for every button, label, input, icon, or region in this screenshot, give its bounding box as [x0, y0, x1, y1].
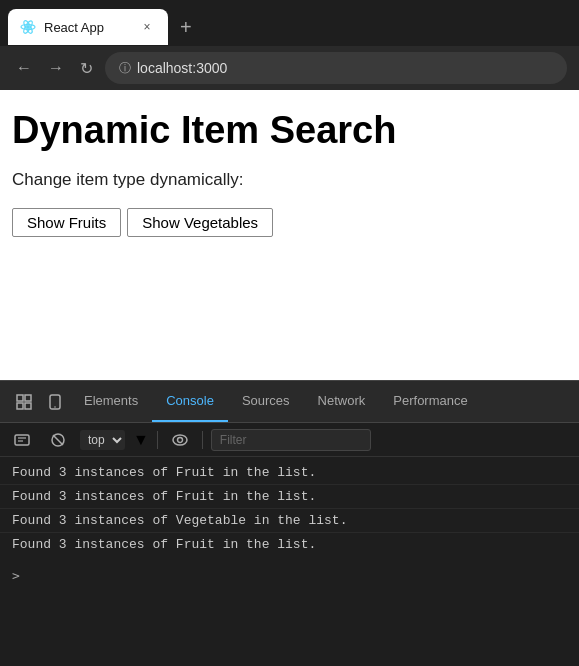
- svg-rect-4: [17, 395, 23, 401]
- tab-title: React App: [44, 20, 130, 35]
- devtools-tab-bar: Elements Console Sources Network Perform…: [0, 381, 579, 423]
- tab-elements[interactable]: Elements: [70, 381, 152, 422]
- svg-rect-10: [15, 435, 29, 445]
- back-button[interactable]: ←: [12, 55, 36, 81]
- svg-line-14: [53, 435, 63, 445]
- svg-point-9: [54, 406, 56, 408]
- info-icon: ⓘ: [119, 60, 131, 77]
- show-vegetables-button[interactable]: Show Vegetables: [127, 208, 273, 237]
- context-selector[interactable]: top: [80, 430, 125, 450]
- tab-console[interactable]: Console: [152, 381, 228, 422]
- svg-rect-5: [25, 395, 31, 401]
- button-row: Show Fruits Show Vegetables: [12, 208, 567, 237]
- close-tab-button[interactable]: ×: [138, 18, 156, 36]
- tab-network[interactable]: Network: [304, 381, 380, 422]
- url-text: localhost:3000: [137, 60, 227, 76]
- page-title: Dynamic Item Search: [12, 110, 567, 152]
- console-line: Found 3 instances of Fruit in the list.: [0, 461, 579, 485]
- reload-button[interactable]: ↻: [76, 55, 97, 82]
- block-requests-button[interactable]: [44, 429, 72, 451]
- favicon-icon: [20, 19, 36, 35]
- tab-sources[interactable]: Sources: [228, 381, 304, 422]
- console-line: Found 3 instances of Fruit in the list.: [0, 533, 579, 556]
- devtools-mobile-button[interactable]: [40, 390, 70, 414]
- console-filter-input[interactable]: [211, 429, 371, 451]
- browser-tab[interactable]: React App ×: [8, 9, 168, 45]
- console-line: Found 3 instances of Vegetable in the li…: [0, 509, 579, 533]
- devtools-panel: Elements Console Sources Network Perform…: [0, 380, 579, 666]
- address-bar: ← → ↻ ⓘ localhost:3000: [0, 46, 579, 90]
- toolbar-divider: [157, 431, 158, 449]
- tab-bar: React App × +: [0, 0, 579, 46]
- clear-console-button[interactable]: [8, 429, 36, 451]
- svg-rect-6: [17, 403, 23, 409]
- toolbar-divider-2: [202, 431, 203, 449]
- browser-chrome: React App × + ← → ↻ ⓘ localhost:3000: [0, 0, 579, 90]
- console-prompt-bar: >: [0, 564, 579, 587]
- forward-button[interactable]: →: [44, 55, 68, 81]
- console-line: Found 3 instances of Fruit in the list.: [0, 485, 579, 509]
- devtools-toolbar: top ▼: [0, 423, 579, 457]
- svg-point-16: [177, 437, 182, 442]
- new-tab-button[interactable]: +: [172, 12, 200, 43]
- svg-rect-7: [25, 403, 31, 409]
- page-content: Dynamic Item Search Change item type dyn…: [0, 90, 579, 380]
- tab-performance[interactable]: Performance: [379, 381, 481, 422]
- devtools-inspect-button[interactable]: [8, 390, 40, 414]
- eye-button[interactable]: [166, 431, 194, 449]
- page-subtitle: Change item type dynamically:: [12, 170, 567, 190]
- console-prompt-icon: >: [12, 568, 20, 583]
- url-bar[interactable]: ⓘ localhost:3000: [105, 52, 567, 84]
- show-fruits-button[interactable]: Show Fruits: [12, 208, 121, 237]
- console-output: Found 3 instances of Fruit in the list. …: [0, 457, 579, 560]
- svg-point-15: [173, 435, 187, 445]
